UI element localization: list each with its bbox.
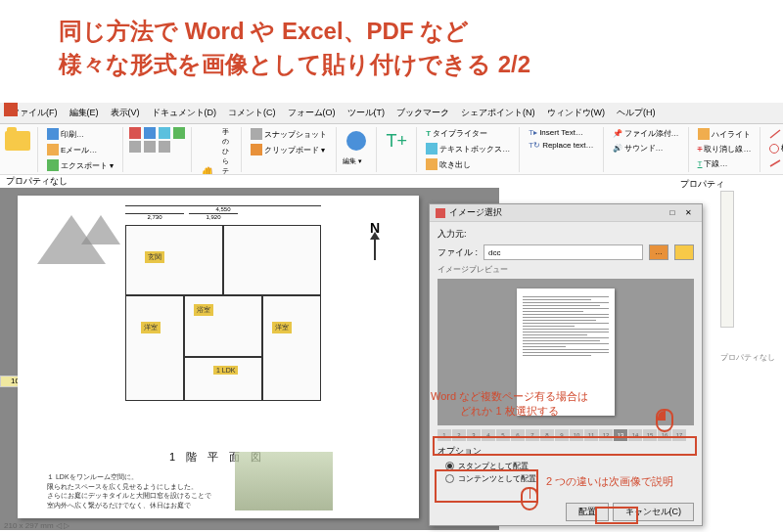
- menu-bar: ファイル(F) 編集(E) 表示(V) ドキュメント(D) コメント(C) フォ…: [0, 103, 783, 124]
- svg-line-0: [770, 130, 780, 138]
- menu-edit[interactable]: 編集(E): [65, 105, 104, 121]
- textbox-button[interactable]: テキストボックス…: [423, 142, 513, 155]
- menu-document[interactable]: ドキュメント(D): [147, 105, 222, 121]
- roof-shape-2: [81, 215, 120, 244]
- pdf-page: N 物干しスペース 2,730 1,920 4,550 洋室 洋室 玄関 浴室 …: [18, 196, 419, 518]
- menu-form[interactable]: フォーム(O): [283, 105, 341, 121]
- menu-sharepoint[interactable]: シェアポイント(N): [456, 105, 540, 121]
- printer-icon: [47, 128, 59, 140]
- folder-icon: [5, 131, 30, 151]
- attach-button[interactable]: 📌ファイル添付…: [610, 127, 682, 140]
- replace-icon: T↻: [529, 141, 540, 150]
- properties-label-left: プロパティなし: [6, 175, 68, 188]
- circle-icon: [769, 144, 779, 154]
- dim-3: 4,550: [125, 205, 321, 212]
- underline-icon: T: [698, 159, 703, 168]
- callout-button[interactable]: 吹き出し: [423, 157, 513, 171]
- export-button[interactable]: エクスポート ▾: [44, 158, 116, 172]
- tag-bath: 浴室: [194, 304, 213, 316]
- add-text-tool[interactable]: T+: [383, 127, 410, 155]
- menu-help[interactable]: ヘルプ(H): [612, 105, 661, 121]
- snapshot-button[interactable]: スナップショット: [248, 127, 330, 141]
- sound-button[interactable]: 🔊サウンド…: [610, 142, 682, 155]
- tag-room-r: 洋室: [272, 322, 292, 333]
- annotation-multipage: Word など複数ページ有る場合は どれか 1 枚選択する: [431, 389, 588, 420]
- properties-pane: [720, 191, 734, 328]
- plan-notes: １ LDKをワンルーム空間に。 限られたスペースを広く見せるようにしました。 さ…: [47, 472, 211, 510]
- svg-line-2: [770, 160, 780, 166]
- pin-icon: 📌: [613, 129, 622, 138]
- green-dot-icon[interactable]: [173, 127, 185, 139]
- typewriter-button[interactable]: Tタイプライター: [423, 127, 513, 140]
- source-label: 入力元:: [438, 228, 694, 241]
- clipboard-icon: [251, 144, 262, 155]
- ribbon: 印刷… Eメール… エクスポート ▾ ✋ 手のひらテキスト選択 スナップショット…: [0, 124, 783, 175]
- select-label: テキスト選択: [222, 166, 235, 175]
- mouse-click-icon-1: [656, 409, 673, 432]
- line-button[interactable]: ライン…: [766, 156, 783, 169]
- maximize-icon[interactable]: □: [665, 206, 680, 220]
- gray-icon-3[interactable]: [159, 141, 170, 153]
- red-dot-icon[interactable]: [129, 127, 141, 139]
- open-button[interactable]: [4, 127, 31, 155]
- insert-icon: T▸: [529, 128, 537, 137]
- file-input[interactable]: [484, 244, 643, 260]
- floor-plan: 洋室 洋室 玄関 浴室 1 LDK: [125, 225, 321, 401]
- strike-icon: T: [698, 145, 703, 154]
- highlight-button[interactable]: ハイライト: [695, 127, 755, 141]
- edit-label: 編集 ▾: [343, 156, 370, 166]
- highlight-ok: [595, 507, 638, 524]
- gray-icon-2[interactable]: [144, 141, 156, 153]
- overlay-line1: 同じ方法で Word や Excel、PDF など: [59, 15, 744, 48]
- blue-dot-icon[interactable]: [144, 127, 156, 139]
- t-icon: T: [426, 129, 431, 138]
- tag-room-l: 洋室: [141, 322, 161, 333]
- properties-empty: プロパティなし: [720, 352, 779, 363]
- status-bar: 210 x 297 mm ◁ ▷: [4, 521, 69, 530]
- hand-label: 手のひら: [222, 127, 235, 166]
- browse-button[interactable]: …: [649, 244, 668, 260]
- file-label: ファイル :: [438, 246, 478, 259]
- menu-view[interactable]: 表示(V): [106, 105, 145, 121]
- menu-tool[interactable]: ツール(T): [343, 105, 391, 121]
- callout-icon: [426, 158, 438, 170]
- house-photo: [235, 452, 333, 510]
- tag-entry: 玄関: [145, 251, 164, 263]
- print-button[interactable]: 印刷…: [44, 127, 116, 141]
- folder-button[interactable]: [674, 244, 694, 260]
- app-icon: [4, 103, 18, 116]
- properties-panel-title: プロパティ: [680, 178, 724, 191]
- gray-icon[interactable]: [129, 141, 141, 153]
- mail-icon: [47, 144, 59, 155]
- dim-2: 1,920: [189, 213, 238, 220]
- underline-button[interactable]: T下線…: [695, 157, 755, 170]
- menu-comment[interactable]: コメント(C): [223, 105, 281, 121]
- speaker-icon: 🔊: [613, 144, 622, 153]
- edit-icon: [346, 131, 366, 151]
- menu-window[interactable]: ウィンドウ(W): [542, 105, 611, 121]
- tag-ldk: 1 LDK: [213, 366, 238, 375]
- ellipse-button[interactable]: 楕円形…: [766, 142, 783, 155]
- edit-tool[interactable]: [343, 127, 370, 155]
- close-icon[interactable]: ✕: [680, 206, 696, 220]
- replace-text-button[interactable]: T↻Replace text…: [526, 140, 596, 151]
- strike-button[interactable]: T取り消し線…: [695, 143, 755, 155]
- insert-text-button[interactable]: T▸Insert Text…: [526, 127, 596, 138]
- highlight-pages: [433, 436, 697, 456]
- textbox-icon: [426, 143, 438, 155]
- menu-bookmark[interactable]: ブックマーク: [392, 105, 454, 121]
- email-button[interactable]: Eメール…: [44, 143, 116, 156]
- overlay-line2: 様々な形式を画像として貼り付けできる 2/2: [59, 48, 744, 81]
- document-canvas[interactable]: 1019* N 物干しスペース 2,730 1,920 4,550 洋室 洋室 …: [0, 188, 499, 530]
- cyan-dot-icon[interactable]: [159, 127, 170, 139]
- clipboard-button[interactable]: クリップボード ▾: [248, 143, 330, 156]
- dim-1: 2,730: [125, 213, 184, 220]
- preview-label: イメージプレビュー: [438, 264, 694, 275]
- export-icon: [47, 159, 59, 171]
- hand-tool[interactable]: ✋: [198, 162, 219, 175]
- dialog-icon: [436, 208, 445, 218]
- dialog-title: イメージ選択: [449, 206, 502, 219]
- mouse-icon-2: [521, 487, 538, 510]
- highlight-icon: [698, 128, 710, 140]
- arrow-button[interactable]: 矢印…: [766, 127, 783, 140]
